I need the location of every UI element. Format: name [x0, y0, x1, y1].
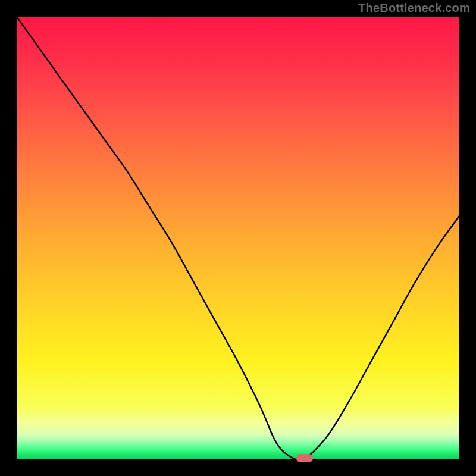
plot-area: [17, 17, 459, 459]
gradient-background: [17, 17, 459, 459]
target-marker: [296, 454, 313, 462]
attribution-watermark: TheBottleneck.com: [358, 1, 470, 15]
bottleneck-chart: [17, 17, 459, 459]
chart-container: TheBottleneck.com: [0, 0, 476, 476]
